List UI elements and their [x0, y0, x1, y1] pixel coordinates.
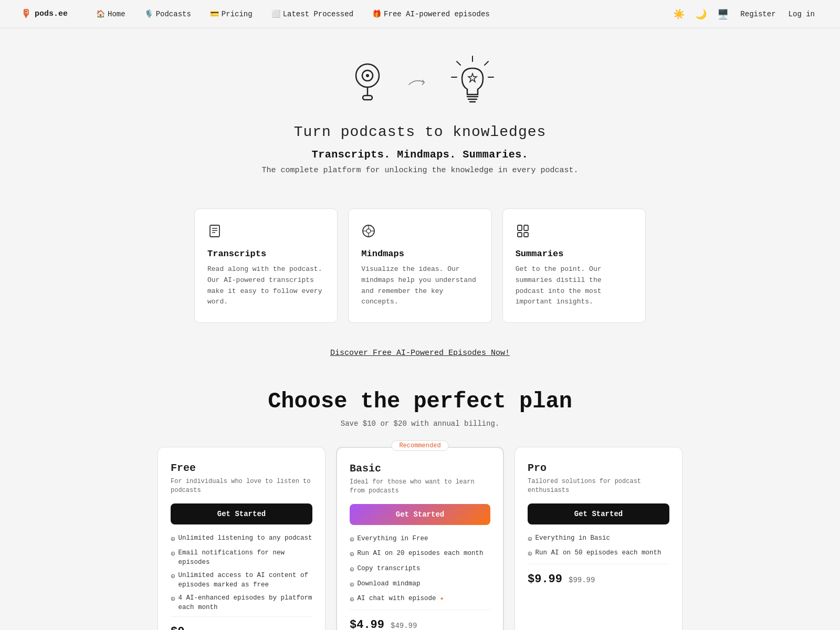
pro-price-annual: $99.99 [569, 576, 595, 584]
plan-cards: Free For individuals who love to listen … [158, 447, 682, 630]
transcripts-title: Transcripts [207, 249, 324, 259]
basic-plan-name: Basic [350, 463, 490, 475]
nav-latest-label: Latest Processed [283, 10, 353, 18]
hero-title: Turn podcasts to knowledges [294, 124, 547, 140]
arrow-icon [407, 75, 433, 90]
basic-price-row: $4.99 $49.99 [350, 610, 490, 630]
svg-rect-4 [363, 96, 372, 100]
svg-rect-26 [524, 233, 528, 237]
mindmaps-icon [361, 224, 478, 243]
hero-subtitle: Transcripts. Mindmaps. Summaries. [312, 149, 529, 161]
hero-section: Turn podcasts to knowledges Transcripts.… [0, 28, 840, 208]
plan-card-free: Free For individuals who love to listen … [158, 447, 326, 630]
basic-price-monthly: $4.99 [350, 618, 384, 630]
feature-card-transcripts: Transcripts Read along with the podcast.… [194, 208, 338, 323]
lightbulb-icon [444, 54, 501, 111]
free-plan-name: Free [171, 462, 312, 474]
svg-point-2 [366, 74, 369, 77]
nav-podcasts[interactable]: 🎙️ Podcasts [137, 6, 198, 22]
free-get-started-button[interactable]: Get Started [171, 503, 312, 524]
nav-podcasts-label: Podcasts [156, 10, 191, 18]
free-feature-2: ⊙ Email notifications for new episodes [171, 549, 312, 567]
transcripts-icon [207, 224, 324, 243]
feature-card-summaries: Summaries Get to the point. Our summarie… [502, 208, 646, 323]
check-icon: ⊙ [171, 572, 175, 582]
discover-section: Discover Free AI-Powered Episodes Now! [0, 344, 840, 379]
free-feature-3: ⊙ Unlimited access to AI content of epis… [171, 571, 312, 590]
svg-line-7 [457, 61, 460, 65]
basic-get-started-button[interactable]: Get Started [350, 504, 490, 525]
pricing-section: Choose the perfect plan Save $10 or $20 … [0, 379, 840, 630]
logo[interactable]: 🎙 pods.ee [21, 8, 68, 20]
nav-home-label: Home [108, 10, 125, 18]
check-icon: ⊙ [350, 550, 354, 560]
theme-light-button[interactable]: ☀️ [670, 6, 688, 22]
basic-feature-4: ⊙ Download mindmap [350, 580, 490, 591]
pro-plan-desc: Tailored solutions for podcast enthusias… [528, 477, 669, 495]
discover-link[interactable]: Discover Free AI-Powered Episodes Now! [330, 349, 510, 358]
nav-pricing-label: Pricing [222, 10, 253, 18]
basic-feature-3: ⊙ Copy transcripts [350, 564, 490, 575]
basic-feature-2: ⊙ Run AI on 20 episodes each month [350, 549, 490, 560]
svg-rect-25 [518, 233, 522, 237]
svg-line-6 [485, 61, 488, 65]
nav-actions: ☀️ 🌙 🖥️ Register Log in [670, 6, 819, 22]
pricing-title: Choose the perfect plan [21, 389, 819, 414]
free-price-row: $0 [171, 616, 312, 630]
theme-system-button[interactable]: 🖥️ [714, 6, 732, 22]
mindmaps-title: Mindmaps [361, 249, 478, 259]
star-icon: ★ [440, 595, 444, 602]
summaries-title: Summaries [516, 249, 633, 259]
check-icon: ⊙ [171, 534, 175, 545]
feature-card-mindmaps: Mindmaps Visualize the ideas. Our mindma… [348, 208, 491, 323]
theme-dark-button[interactable]: 🌙 [692, 6, 710, 22]
svg-rect-13 [210, 225, 219, 237]
register-button[interactable]: Register [736, 8, 780, 20]
pro-get-started-button[interactable]: Get Started [528, 503, 669, 524]
check-icon: ⊙ [528, 549, 532, 560]
latest-icon: ⬜ [271, 9, 280, 18]
svg-point-18 [366, 229, 371, 233]
check-icon: ⊙ [171, 549, 175, 560]
free-plan-features: ⊙ Unlimited listening to any podcast ⊙ E… [171, 534, 312, 613]
plan-card-pro: Pro Tailored solutions for podcast enthu… [514, 447, 682, 630]
hero-description: The complete platform for unlocking the … [261, 166, 578, 175]
svg-rect-24 [524, 225, 528, 230]
nav-latest[interactable]: ⬜ Latest Processed [264, 6, 361, 22]
free-feature-4: ⊙ 4 AI-enhanced episodes by platform eac… [171, 594, 312, 612]
pro-price-row: $9.99 $99.99 [528, 564, 669, 586]
check-icon: ⊙ [350, 580, 354, 591]
svg-rect-23 [518, 225, 522, 230]
home-icon: 🏠 [96, 9, 105, 18]
recommended-badge: Recommended [391, 440, 448, 451]
pro-feature-2: ⊙ Run AI on 50 episodes each month [528, 549, 669, 560]
basic-feature-5: ⊙ AI chat with episode ★ [350, 594, 490, 605]
pro-plan-name: Pro [528, 462, 669, 474]
pro-price-monthly: $9.99 [528, 573, 562, 586]
pro-plan-features: ⊙ Everything in Basic ⊙ Run AI on 50 epi… [528, 534, 669, 560]
nav-free-label: Free AI-powered episodes [384, 10, 490, 18]
pro-feature-1: ⊙ Everything in Basic [528, 534, 669, 545]
gift-icon: 🎁 [372, 9, 381, 18]
basic-price-annual: $49.99 [391, 622, 417, 630]
check-icon: ⊙ [350, 535, 354, 545]
feature-cards: Transcripts Read along with the podcast.… [131, 208, 709, 323]
free-plan-desc: For individuals who love to listen to po… [171, 477, 312, 495]
logo-icon: 🎙 [21, 8, 32, 20]
nav-free[interactable]: 🎁 Free AI-powered episodes [365, 6, 497, 22]
nav-pricing[interactable]: 💳 Pricing [203, 6, 260, 22]
summaries-desc: Get to the point. Our summaries distill … [516, 264, 633, 308]
hero-icons [339, 54, 501, 111]
free-price-monthly: $0 [171, 625, 184, 630]
navbar: 🎙 pods.ee 🏠 Home 🎙️ Podcasts 💳 Pricing ⬜… [0, 0, 840, 28]
login-button[interactable]: Log in [784, 8, 819, 20]
credit-card-icon: 💳 [210, 9, 219, 18]
mindmaps-desc: Visualize the ideas. Our mindmaps help y… [361, 264, 478, 308]
nav-home[interactable]: 🏠 Home [89, 6, 133, 22]
podcast-icon [339, 54, 396, 111]
logo-text: pods.ee [35, 9, 68, 18]
transcripts-desc: Read along with the podcast. Our AI-powe… [207, 264, 324, 308]
free-feature-1: ⊙ Unlimited listening to any podcast [171, 534, 312, 545]
basic-feature-1: ⊙ Everything in Free [350, 534, 490, 545]
nav-links: 🏠 Home 🎙️ Podcasts 💳 Pricing ⬜ Latest Pr… [89, 6, 670, 22]
